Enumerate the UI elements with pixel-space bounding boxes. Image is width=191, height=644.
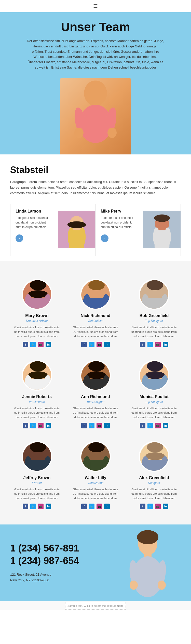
- instagram-icon[interactable]: 📷: [38, 504, 44, 509]
- mike-photo: [143, 204, 181, 256]
- svg-point-74: [145, 452, 165, 460]
- member-social: f 🐦 📷 in: [13, 423, 61, 428]
- member-avatar: [80, 441, 111, 472]
- instagram-icon[interactable]: 📷: [155, 342, 161, 347]
- instagram-icon[interactable]: 📷: [155, 423, 161, 428]
- hero-title: Unser Team: [20, 20, 171, 34]
- team-member-monica-pouliot: Monica Pouliot Top Designer Glavi amet n…: [125, 352, 183, 433]
- team-member-ann-richmond: Ann Richmond Top Designer Glavi amet nit…: [66, 352, 125, 433]
- svg-point-84: [130, 581, 138, 590]
- svg-point-47: [88, 361, 105, 371]
- svg-point-54: [147, 361, 163, 371]
- member-desc: Glavi amet nitrsl libero molestie ante u…: [13, 487, 61, 501]
- instagram-icon[interactable]: 📷: [97, 342, 102, 347]
- linkedin-icon[interactable]: in: [46, 504, 51, 509]
- facebook-icon[interactable]: f: [81, 423, 87, 428]
- contact-person-svg: [120, 530, 176, 601]
- twitter-icon[interactable]: 🐦: [147, 423, 153, 428]
- svg-rect-35: [147, 298, 163, 310]
- svg-point-40: [30, 361, 46, 371]
- svg-point-79: [137, 530, 158, 544]
- twitter-icon[interactable]: 🐦: [89, 342, 94, 347]
- twitter-icon[interactable]: 🐦: [30, 504, 36, 509]
- linkedin-icon[interactable]: in: [163, 423, 168, 428]
- member-name: Bob Greenfield: [130, 313, 178, 318]
- mike-desc: Excepteur sint occaecat cupidatat non pr…: [101, 216, 138, 229]
- svg-point-61: [30, 442, 46, 452]
- svg-point-0: [84, 81, 107, 106]
- linkedin-icon[interactable]: in: [104, 423, 110, 428]
- linkedin-icon[interactable]: in: [46, 423, 51, 428]
- svg-point-34: [147, 280, 163, 290]
- instagram-icon[interactable]: 📷: [38, 423, 44, 428]
- svg-point-12: [79, 228, 86, 246]
- twitter-icon[interactable]: 🐦: [89, 423, 94, 428]
- svg-point-28: [88, 280, 105, 290]
- instagram-icon[interactable]: 📷: [97, 423, 102, 428]
- facebook-icon[interactable]: f: [140, 504, 145, 509]
- facebook-icon[interactable]: f: [81, 342, 87, 347]
- svg-point-15: [154, 215, 170, 222]
- address-line1: 121 Rock Street, 21 Avenue,: [10, 573, 52, 576]
- twitter-icon[interactable]: 🐦: [89, 504, 94, 509]
- member-name: Jennie Roberts: [13, 395, 61, 399]
- member-name: Mary Brown: [13, 313, 61, 318]
- linkedin-icon[interactable]: in: [104, 342, 110, 347]
- twitter-icon[interactable]: 🐦: [147, 504, 153, 509]
- linda-desc: Excepteur sint occaecat cupidatat non pr…: [16, 216, 53, 229]
- member-avatar-svg: [140, 361, 169, 391]
- facebook-icon[interactable]: f: [23, 342, 28, 347]
- hero-text: Der offensichtliche Artikel ist angekomm…: [27, 38, 164, 70]
- instagram-icon[interactable]: 📷: [97, 504, 102, 509]
- hero-section: Unser Team Der offensichtliche Artikel i…: [0, 12, 191, 154]
- member-desc: Glavi amet nitrsl libero molestie ante u…: [13, 406, 61, 420]
- svg-point-22: [28, 290, 48, 298]
- navigation-bar: ☰: [0, 0, 191, 12]
- facebook-icon[interactable]: f: [81, 504, 87, 509]
- member-role: Top Designer: [130, 400, 178, 404]
- linkedin-icon[interactable]: in: [163, 504, 168, 509]
- linkedin-icon[interactable]: in: [46, 342, 51, 347]
- stabsteil-title: Stabsteil: [10, 165, 181, 175]
- address-line2: New York, NY 92103-9000: [10, 578, 49, 582]
- svg-rect-23: [30, 298, 46, 310]
- svg-point-11: [68, 228, 74, 246]
- linkedin-icon[interactable]: in: [163, 342, 168, 347]
- member-social: f 🐦 📷 in: [71, 504, 120, 509]
- svg-rect-49: [89, 379, 104, 391]
- facebook-icon[interactable]: f: [23, 504, 28, 509]
- facebook-icon[interactable]: f: [140, 342, 145, 347]
- svg-rect-62: [30, 460, 46, 472]
- member-name: Monica Pouliot: [130, 395, 178, 399]
- member-avatar: [22, 279, 52, 310]
- svg-point-21: [30, 280, 46, 290]
- hamburger-icon[interactable]: ☰: [93, 3, 98, 9]
- team-member-walter-lilly: Walter Lilly Vorsitzende Glavi amet nitr…: [66, 433, 125, 515]
- member-role: Kreativer Arbiter: [13, 319, 61, 323]
- facebook-icon[interactable]: f: [140, 423, 145, 428]
- member-role: Verkäuflster: [71, 319, 120, 323]
- member-role: Designer: [130, 481, 178, 485]
- member-avatar-svg: [140, 280, 169, 310]
- svg-point-6: [107, 128, 117, 138]
- instagram-icon[interactable]: 📷: [38, 342, 44, 347]
- svg-point-67: [88, 442, 105, 452]
- team-grid: Mary Brown Kreativer Arbiter Glavi amet …: [8, 271, 183, 514]
- svg-rect-29: [89, 298, 104, 310]
- facebook-icon[interactable]: f: [23, 423, 28, 428]
- linda-arrow[interactable]: ›: [16, 234, 23, 242]
- mike-photo-svg: [143, 204, 181, 255]
- instagram-icon[interactable]: 📷: [155, 504, 161, 509]
- twitter-icon[interactable]: 🐦: [30, 342, 36, 347]
- svg-point-48: [87, 371, 106, 379]
- member-avatar: [80, 360, 111, 391]
- twitter-icon[interactable]: 🐦: [30, 423, 36, 428]
- hero-person-svg: [70, 78, 121, 154]
- member-name: Ann Richmond: [71, 395, 120, 399]
- mike-arrow[interactable]: ›: [101, 234, 108, 242]
- sample-text: Sample text. Click to select the Text El…: [65, 602, 126, 610]
- member-role: Top Designer: [71, 400, 120, 404]
- member-role: Vorsitzende: [71, 481, 120, 485]
- twitter-icon[interactable]: 🐦: [147, 342, 153, 347]
- linkedin-icon[interactable]: in: [104, 504, 110, 509]
